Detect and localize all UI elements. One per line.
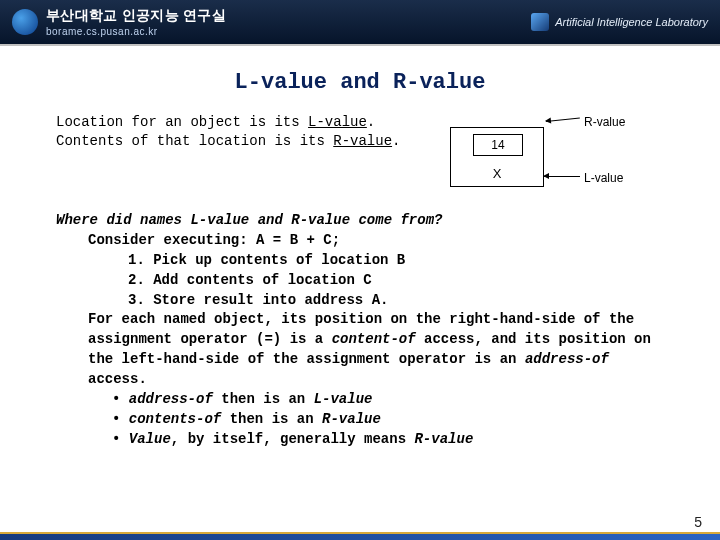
body-consider: Consider executing: A = B + C;	[56, 231, 664, 251]
b3d: R-value	[414, 431, 473, 447]
diagram-inner-box: 14	[473, 134, 523, 156]
diagram-outer-box: 14 X	[450, 127, 544, 187]
para-address-of: address-of	[525, 351, 609, 367]
slide-body: L-value and R-value Location for an obje…	[0, 46, 720, 458]
diagram-x-label: X	[451, 166, 543, 181]
lab-name: Artificial Intelligence Laboratory	[531, 13, 708, 31]
lab-logo-icon	[531, 13, 549, 31]
b2a: •	[112, 411, 129, 427]
diagram-rvalue-label: R-value	[584, 115, 625, 129]
intro-paragraph: Location for an object is its L-value. C…	[56, 113, 430, 151]
footer-bar	[0, 534, 720, 540]
bullet-2: • contents-of then is an R-value	[56, 410, 664, 430]
slide-header: 부산대학교 인공지능 연구실 borame.cs.pusan.ac.kr Art…	[0, 0, 720, 44]
b3a: •	[112, 431, 129, 447]
b1c: then is an	[213, 391, 314, 407]
bullet-3: • Value, by itself, generally means R-va…	[56, 430, 664, 450]
b2d: R-value	[322, 411, 381, 427]
university-logo-icon	[12, 9, 38, 35]
body-step-2: 2. Add contents of location C	[56, 271, 664, 291]
para-content-of: content-of	[332, 331, 416, 347]
header-titles: 부산대학교 인공지능 연구실 borame.cs.pusan.ac.kr	[46, 7, 226, 37]
header-korean-title: 부산대학교 인공지능 연구실	[46, 7, 226, 25]
b3b: Value	[129, 431, 171, 447]
intro-text-3: .	[392, 133, 400, 149]
body-content: Where did names L-value and R-value come…	[56, 211, 664, 450]
arrow-rvalue-icon	[546, 117, 580, 122]
slide-title: L-value and R-value	[56, 70, 664, 95]
b1d: L-value	[314, 391, 373, 407]
b2b: contents-of	[129, 411, 221, 427]
intro-rvalue: R-value	[333, 133, 392, 149]
lab-name-text: Artificial Intelligence Laboratory	[555, 16, 708, 28]
body-question: Where did names L-value and R-value come…	[56, 211, 664, 231]
body-step-1: 1. Pick up contents of location B	[56, 251, 664, 271]
intro-row: Location for an object is its L-value. C…	[56, 113, 664, 197]
logo-cluster: 부산대학교 인공지능 연구실 borame.cs.pusan.ac.kr	[12, 7, 226, 37]
body-step-3: 3. Store result into address A.	[56, 291, 664, 311]
b1b: address-of	[129, 391, 213, 407]
para-c: access.	[88, 371, 147, 387]
page-number: 5	[694, 514, 702, 530]
bullet-1: • address-of then is an L-value	[56, 390, 664, 410]
diagram-lvalue-label: L-value	[584, 171, 623, 185]
body-paragraph: For each named object, its position on t…	[56, 310, 664, 390]
arrow-lvalue-icon	[544, 176, 580, 177]
value-diagram: 14 X R-value L-value	[444, 113, 664, 197]
header-sub-url: borame.cs.pusan.ac.kr	[46, 26, 226, 37]
b2c: then is an	[221, 411, 322, 427]
b1a: •	[112, 391, 129, 407]
b3c: , by itself, generally means	[171, 431, 415, 447]
intro-text-1: Location for an object is its	[56, 114, 308, 130]
intro-lvalue: L-value	[308, 114, 367, 130]
